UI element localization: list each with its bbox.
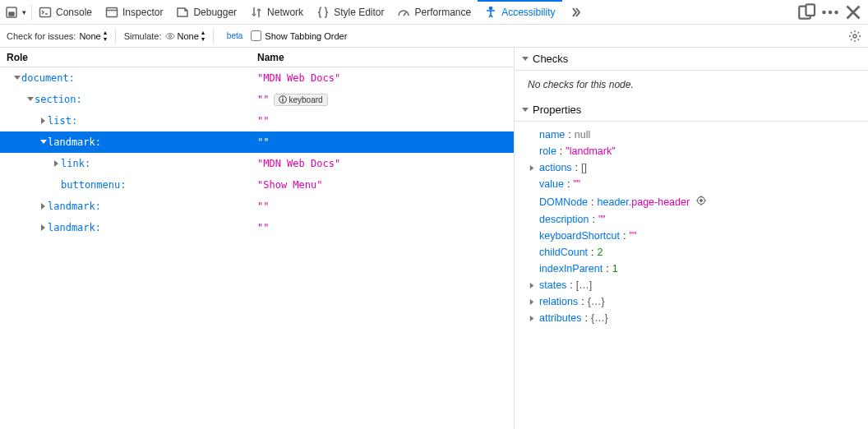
accessibility-tree-panel: Role Name document:"MDN Web Docs" sectio… bbox=[0, 48, 515, 429]
svg-point-16 bbox=[700, 200, 703, 202]
twisty-spacer bbox=[53, 181, 61, 189]
check-issues-dropdown[interactable]: None ▴▾ bbox=[79, 30, 106, 43]
twisty-closed-icon[interactable] bbox=[528, 298, 536, 306]
twisty-closed-icon[interactable] bbox=[528, 315, 536, 322]
checks-section-body: No checks for this node. bbox=[515, 71, 868, 99]
tabbing-order-toggle[interactable]: Show Tabbing Order bbox=[251, 30, 347, 41]
role-label: landmark: bbox=[48, 136, 101, 148]
inspect-node-icon[interactable] bbox=[693, 195, 707, 209]
svg-point-11 bbox=[853, 35, 856, 38]
tree-row[interactable]: document:"MDN Web Docs" bbox=[0, 67, 514, 89]
property-row[interactable]: attributes: {…} bbox=[521, 310, 861, 326]
role-label: document: bbox=[21, 72, 75, 84]
property-value: [] bbox=[581, 162, 587, 173]
tree-row[interactable]: link:"MDN Web Docs" bbox=[0, 153, 514, 174]
property-row[interactable]: indexInParent: 1 bbox=[521, 261, 861, 277]
tree-row[interactable]: landmark:"" bbox=[0, 217, 514, 238]
property-key: name bbox=[539, 129, 565, 141]
property-row[interactable]: role: "landmark" bbox=[521, 143, 861, 159]
twisty-open-icon[interactable] bbox=[13, 74, 21, 82]
twisty-closed-icon[interactable] bbox=[39, 202, 48, 210]
tab-console[interactable]: Console bbox=[32, 0, 99, 24]
tab-label: Accessibility bbox=[501, 7, 555, 18]
svg-rect-1 bbox=[9, 12, 14, 16]
svg-point-10 bbox=[169, 35, 171, 37]
tab-network[interactable]: Network bbox=[243, 0, 310, 24]
svg-point-9 bbox=[834, 10, 838, 14]
name-value: "Show Menu" bbox=[257, 179, 322, 191]
role-label: buttonmenu: bbox=[61, 179, 126, 191]
name-value: "MDN Web Docs" bbox=[257, 158, 340, 169]
name-value: "MDN Web Docs" bbox=[257, 72, 340, 84]
tab-inspector[interactable]: Inspector bbox=[99, 0, 169, 24]
tree-row[interactable]: list:"" bbox=[0, 110, 514, 131]
tab-accessibility[interactable]: Accessibility bbox=[478, 0, 561, 24]
property-row[interactable]: states: […] bbox=[521, 277, 861, 293]
property-row[interactable]: relations: {…} bbox=[521, 293, 861, 310]
property-value: {…} bbox=[591, 312, 608, 324]
simulate-dropdown[interactable]: None ▴▾ bbox=[165, 30, 205, 43]
tabbing-checkbox[interactable] bbox=[251, 30, 261, 41]
check-issues-label: Check for issues: bbox=[7, 31, 76, 41]
twisty-closed-icon[interactable] bbox=[53, 159, 61, 168]
property-key: role bbox=[539, 145, 556, 157]
eye-icon bbox=[165, 31, 175, 41]
svg-rect-6 bbox=[806, 4, 815, 16]
properties-section-header[interactable]: Properties bbox=[515, 99, 868, 122]
tree-row[interactable]: section:""keyboard bbox=[0, 89, 514, 110]
tree-body[interactable]: document:"MDN Web Docs" section:""keyboa… bbox=[0, 67, 514, 429]
main-content: Role Name document:"MDN Web Docs" sectio… bbox=[0, 48, 868, 429]
property-row[interactable]: name: null bbox=[521, 127, 861, 143]
col-header-name[interactable]: Name bbox=[251, 52, 514, 63]
tabs-overflow-button[interactable] bbox=[562, 0, 589, 24]
property-value: {…} bbox=[588, 296, 605, 307]
svg-rect-3 bbox=[107, 7, 118, 16]
tab-debugger[interactable]: Debugger bbox=[169, 0, 243, 24]
iframe-picker-button[interactable]: ▾ bbox=[0, 0, 31, 24]
name-value: "" bbox=[257, 201, 269, 212]
close-devtools-button[interactable] bbox=[843, 2, 863, 22]
tree-row[interactable]: landmark:"" bbox=[0, 131, 514, 153]
dock-mode-button[interactable] bbox=[797, 2, 817, 22]
property-row[interactable]: DOMNode: header.page-header bbox=[521, 192, 861, 211]
tab-performance[interactable]: Performance bbox=[390, 0, 478, 24]
tab-styleeditor[interactable]: Style Editor bbox=[310, 0, 390, 24]
tree-row[interactable]: landmark:"" bbox=[0, 196, 514, 217]
property-key: keyboardShortcut bbox=[539, 230, 620, 242]
keyboard-badge[interactable]: keyboard bbox=[274, 94, 327, 106]
role-label: section: bbox=[35, 94, 82, 105]
toolbar-right bbox=[797, 2, 868, 22]
name-value: "" bbox=[257, 136, 269, 148]
property-key: relations bbox=[539, 296, 578, 307]
property-value: "landmark" bbox=[566, 145, 615, 157]
svg-rect-13 bbox=[283, 99, 284, 102]
checks-section-header[interactable]: Checks bbox=[515, 48, 868, 71]
dom-node-link[interactable]: header.page-header bbox=[598, 196, 690, 208]
twisty-closed-icon[interactable] bbox=[39, 224, 48, 232]
svg-point-7 bbox=[822, 10, 826, 14]
twisty-open-icon[interactable] bbox=[39, 138, 48, 146]
name-value: "" bbox=[257, 222, 269, 233]
settings-gear-icon[interactable] bbox=[848, 30, 861, 43]
tree-header: Role Name bbox=[0, 48, 514, 67]
property-row[interactable]: keyboardShortcut: "" bbox=[521, 228, 861, 244]
tree-row[interactable]: buttonmenu:"Show Menu" bbox=[0, 174, 514, 196]
property-row[interactable]: childCount: 2 bbox=[521, 244, 861, 261]
twisty-open-icon[interactable] bbox=[26, 95, 35, 104]
name-value: "" bbox=[257, 115, 269, 127]
property-key: actions bbox=[539, 162, 572, 173]
tab-label: Console bbox=[56, 7, 92, 18]
property-row[interactable]: actions: [] bbox=[521, 159, 861, 176]
property-row[interactable]: value: "" bbox=[521, 176, 861, 192]
property-value: "" bbox=[573, 178, 580, 190]
role-label: landmark: bbox=[48, 201, 101, 212]
property-value: null bbox=[575, 129, 590, 141]
twisty-closed-icon[interactable] bbox=[39, 117, 48, 125]
col-header-role[interactable]: Role bbox=[0, 52, 251, 63]
property-row[interactable]: description: "" bbox=[521, 211, 861, 228]
property-key: description bbox=[539, 214, 589, 225]
twisty-closed-icon[interactable] bbox=[528, 282, 536, 289]
meatball-menu-button[interactable] bbox=[820, 2, 840, 22]
twisty-closed-icon[interactable] bbox=[528, 164, 536, 172]
tab-label: Style Editor bbox=[334, 7, 384, 18]
